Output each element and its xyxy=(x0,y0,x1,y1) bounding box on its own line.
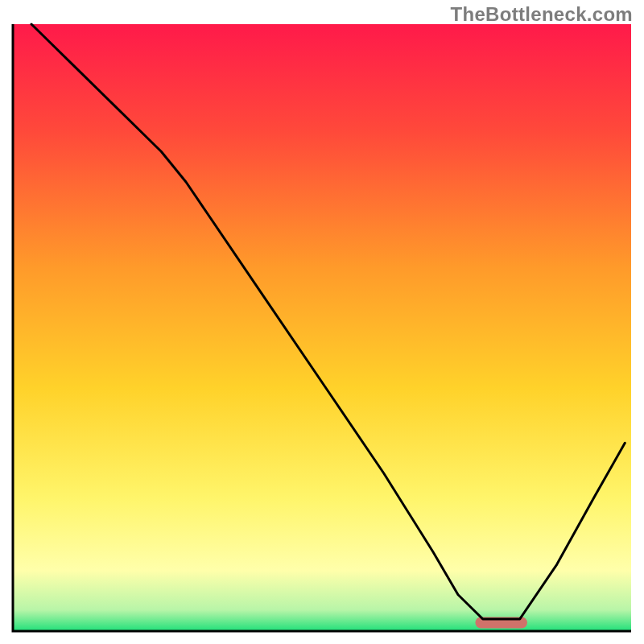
watermark-text: TheBottleneck.com xyxy=(451,3,633,26)
bottleneck-chart xyxy=(11,23,633,633)
chart-container xyxy=(11,23,633,633)
gradient-background xyxy=(13,24,631,631)
